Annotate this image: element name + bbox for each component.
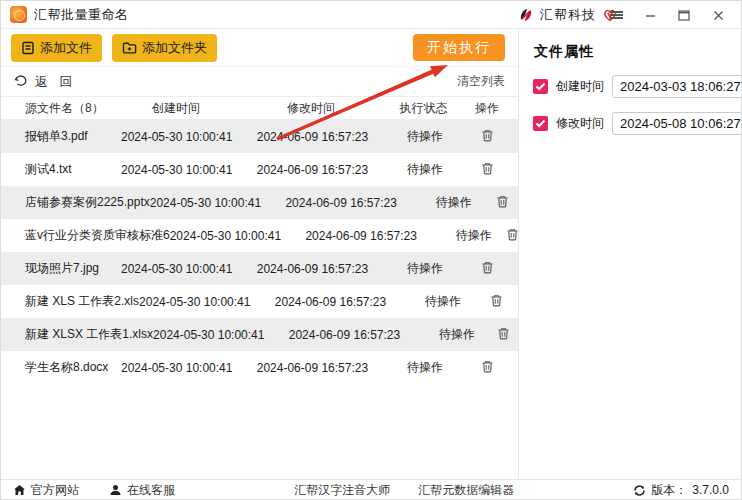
column-exec-status: 执行状态 (391, 100, 456, 117)
file-name: 店铺参赛案例2225.pptx (1, 194, 150, 211)
table-row[interactable]: 现场照片7.jpg 2024-05-30 10:00:41 2024-06-09… (1, 252, 518, 285)
table-row[interactable]: 蓝v行业分类资质审核标准6 2024-05-30 10:00:41 2024-0… (1, 219, 518, 252)
status-text: 待操作 (441, 227, 506, 244)
file-name: 新建 XLS 工作表2.xls (1, 293, 139, 310)
file-properties-panel: 文件属性 创建时间 修改时间 (519, 29, 742, 479)
modified-time: 2024-06-09 16:57:23 (232, 361, 392, 375)
created-time: 2024-05-30 10:00:41 (121, 361, 232, 375)
file-list-panel: 添加文件 添加文件夹 开始执行 返 回 清空列表 (1, 29, 519, 479)
table-row[interactable]: 店铺参赛案例2225.pptx 2024-05-30 10:00:41 2024… (1, 186, 518, 219)
online-support-link[interactable]: 在线客服 (109, 482, 175, 499)
official-website-link[interactable]: 官方网站 (13, 482, 79, 499)
panel-title: 文件属性 (519, 29, 742, 61)
status-text: 待操作 (392, 359, 457, 376)
person-icon (109, 484, 122, 496)
modified-time-input[interactable] (612, 112, 742, 135)
app-identity: 汇帮批量重命名 (1, 6, 129, 24)
table-row[interactable]: 新建 XLSX 工作表1.xlsx 2024-05-30 10:00:41 20… (1, 318, 518, 351)
status-text: 待操作 (392, 161, 457, 178)
file-name: 蓝v行业分类资质审核标准6 (1, 227, 170, 244)
created-time: 2024-05-30 10:00:41 (121, 163, 232, 177)
trash-icon[interactable] (506, 228, 519, 241)
table-row[interactable]: 学生名称8.docx 2024-05-30 10:00:41 2024-06-0… (1, 351, 518, 384)
trash-icon[interactable] (490, 294, 503, 307)
version-label: 版本： (651, 482, 687, 499)
back-label: 返 回 (35, 73, 77, 91)
clear-list-button[interactable]: 清空列表 (457, 73, 505, 90)
created-time: 2024-05-30 10:00:41 (121, 130, 232, 144)
trash-icon[interactable] (496, 195, 509, 208)
add-file-button[interactable]: 添加文件 (11, 34, 102, 62)
app-icon (10, 6, 27, 23)
brand-name: 汇帮科技 (540, 6, 596, 24)
status-text: 待操作 (392, 260, 457, 277)
modified-time: 2024-06-09 16:57:23 (281, 229, 441, 243)
file-name: 报销单3.pdf (1, 128, 121, 145)
add-folder-icon (122, 41, 137, 55)
close-icon[interactable] (701, 1, 735, 29)
table-header: 源文件名（8） 创建时间 修改时间 执行状态 操作 (1, 97, 518, 120)
maximize-icon[interactable] (667, 1, 701, 29)
minimize-icon[interactable] (633, 1, 667, 29)
sub-toolbar: 返 回 清空列表 (1, 67, 518, 97)
created-time: 2024-05-30 10:00:41 (121, 262, 232, 276)
table-row[interactable]: 新建 XLS 工作表2.xls 2024-05-30 10:00:41 2024… (1, 285, 518, 318)
file-name: 现场照片7.jpg (1, 260, 121, 277)
add-folder-label: 添加文件夹 (142, 39, 207, 57)
modified-time: 2024-06-09 16:57:23 (232, 262, 392, 276)
modified-time: 2024-06-09 16:57:23 (250, 295, 410, 309)
status-bar: 官方网站 在线客服 汇帮汉字注音大师 汇帮元数据编辑器 (1, 479, 741, 500)
modified-time: 2024-06-09 16:57:23 (232, 163, 392, 177)
add-file-label: 添加文件 (40, 39, 92, 57)
column-modified-time: 修改时间 (231, 100, 391, 117)
file-name: 测试4.txt (1, 161, 121, 178)
column-source-filename: 源文件名（8） (1, 100, 121, 117)
column-action: 操作 (456, 100, 518, 117)
created-time-label: 创建时间 (556, 78, 604, 95)
pinyin-master-link[interactable]: 汇帮汉字注音大师 (294, 482, 390, 499)
modified-time-field: 修改时间 (533, 112, 742, 135)
back-button[interactable]: 返 回 (14, 73, 77, 91)
created-time-input[interactable] (612, 75, 742, 98)
created-time-checkbox[interactable] (533, 79, 548, 94)
metadata-editor-link[interactable]: 汇帮元数据编辑器 (418, 482, 514, 499)
modified-time-checkbox[interactable] (533, 116, 548, 131)
version-area: 版本： 3.7.0.0 (633, 482, 729, 499)
window-controls (599, 1, 735, 29)
status-text: 待操作 (424, 326, 489, 343)
official-website-label: 官方网站 (31, 482, 79, 499)
online-support-label: 在线客服 (127, 482, 175, 499)
file-name: 学生名称8.docx (1, 359, 121, 376)
trash-icon[interactable] (481, 162, 494, 175)
created-time: 2024-05-30 10:00:41 (150, 196, 261, 210)
add-folder-button[interactable]: 添加文件夹 (112, 34, 217, 62)
modified-time: 2024-06-09 16:57:23 (261, 196, 421, 210)
refresh-icon[interactable] (633, 484, 646, 497)
table-row[interactable]: 报销单3.pdf 2024-05-30 10:00:41 2024-06-09 … (1, 120, 518, 153)
title-bar: 汇帮批量重命名 汇帮科技 (1, 1, 741, 29)
modified-time: 2024-06-09 16:57:23 (232, 130, 392, 144)
modified-time: 2024-06-09 16:57:23 (264, 328, 424, 342)
start-execute-button[interactable]: 开始执行 (413, 34, 505, 61)
house-icon (13, 484, 26, 496)
created-time: 2024-05-30 10:00:41 (139, 295, 250, 309)
status-text: 待操作 (421, 194, 486, 211)
trash-icon[interactable] (481, 129, 494, 142)
brand-pinwheel-icon (518, 7, 534, 23)
version-number: 3.7.0.0 (692, 483, 729, 497)
toolbar: 添加文件 添加文件夹 开始执行 (1, 29, 518, 67)
menu-icon[interactable] (599, 1, 633, 29)
file-table-body: 报销单3.pdf 2024-05-30 10:00:41 2024-06-09 … (1, 120, 518, 384)
table-row[interactable]: 测试4.txt 2024-05-30 10:00:41 2024-06-09 1… (1, 153, 518, 186)
app-title: 汇帮批量重命名 (34, 6, 129, 24)
file-name: 新建 XLSX 工作表1.xlsx (1, 326, 153, 343)
column-created-time: 创建时间 (121, 100, 231, 117)
trash-icon[interactable] (481, 261, 494, 274)
modified-time-label: 修改时间 (556, 115, 604, 132)
back-arrow-icon (14, 75, 28, 88)
trash-icon[interactable] (481, 360, 494, 373)
created-time-field: 创建时间 (533, 75, 742, 98)
status-text: 待操作 (392, 128, 457, 145)
trash-icon[interactable] (497, 327, 510, 340)
add-file-icon (21, 41, 35, 55)
